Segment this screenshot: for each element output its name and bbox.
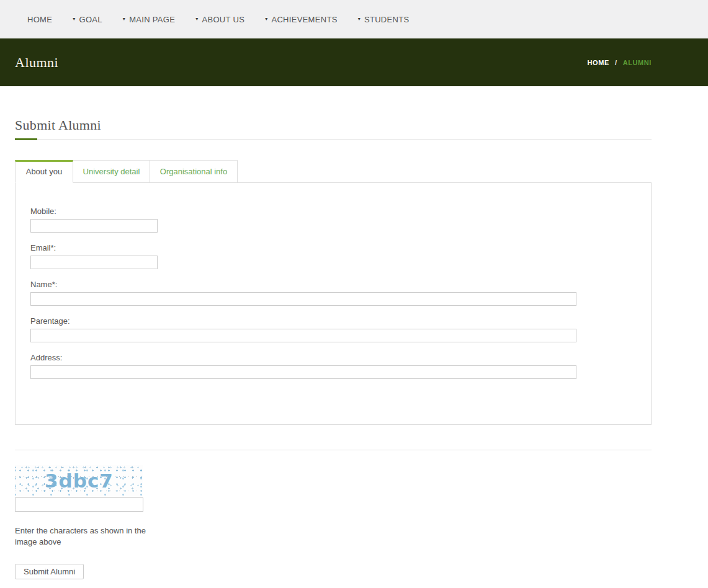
- nav-item-label: ABOUT US: [202, 15, 245, 24]
- nav-item-achievements[interactable]: ▾ ACHIEVEMENTS: [265, 15, 338, 24]
- nav-item-label: ACHIEVEMENTS: [271, 15, 337, 24]
- address-input[interactable]: [30, 365, 576, 379]
- nav-item-students[interactable]: ▾ STUDENTS: [358, 15, 410, 24]
- caret-down-icon: ▾: [265, 17, 267, 22]
- mobile-label: Mobile:: [30, 207, 636, 216]
- submit-alumni-button[interactable]: Submit Alumni: [15, 564, 84, 579]
- page-banner: Alumni HOME / ALUMNI: [0, 38, 708, 86]
- email-label: Email*:: [30, 243, 636, 252]
- tab-university-detail[interactable]: University detail: [73, 160, 150, 182]
- breadcrumb-current: ALUMNI: [623, 59, 652, 66]
- section-title-rule: [15, 139, 652, 140]
- breadcrumb: HOME / ALUMNI: [588, 59, 652, 66]
- breadcrumb-separator: /: [615, 59, 617, 66]
- top-navigation: HOME ▾ GOAL ▾ MAIN PAGE ▾ ABOUT US ▾ ACH…: [0, 0, 708, 38]
- section-title: Submit Alumni: [15, 117, 652, 133]
- parentage-label: Parentage:: [30, 316, 636, 326]
- address-label: Address:: [30, 353, 636, 362]
- nav-item-goal[interactable]: ▾ GOAL: [73, 15, 102, 24]
- field-group-parentage: Parentage:: [30, 316, 636, 342]
- captcha-input[interactable]: [15, 497, 143, 512]
- email-input[interactable]: [30, 256, 158, 269]
- form-tabs: About you University detail Organisation…: [15, 160, 652, 182]
- name-input[interactable]: [30, 292, 576, 306]
- nav-item-label: HOME: [27, 15, 52, 24]
- nav-item-about-us[interactable]: ▾ ABOUT US: [195, 15, 244, 24]
- tab-organisational-info[interactable]: Organisational info: [150, 160, 238, 182]
- page-title: Alumni: [15, 55, 58, 71]
- breadcrumb-home-link[interactable]: HOME: [588, 59, 609, 66]
- caret-down-icon: ▾: [195, 17, 198, 22]
- tab-about-you[interactable]: About you: [15, 160, 73, 183]
- caret-down-icon: ▾: [123, 17, 125, 22]
- mobile-input[interactable]: [30, 219, 158, 233]
- field-group-email: Email*:: [30, 243, 636, 269]
- nav-item-label: STUDENTS: [364, 15, 409, 24]
- parentage-input[interactable]: [30, 329, 576, 342]
- captcha-code-text: 3dbc7: [45, 470, 114, 492]
- name-label: Name*:: [30, 280, 636, 289]
- nav-item-main-page[interactable]: ▾ MAIN PAGE: [123, 15, 175, 24]
- captcha-image: 3dbc7: [15, 465, 143, 496]
- caret-down-icon: ▾: [73, 17, 75, 22]
- main-content: Submit Alumni About you University detai…: [15, 117, 652, 579]
- field-group-mobile: Mobile:: [30, 207, 636, 233]
- section-divider: [15, 450, 652, 450]
- nav-item-label: GOAL: [79, 15, 102, 24]
- nav-item-home[interactable]: HOME: [27, 15, 52, 24]
- field-group-name: Name*:: [30, 280, 636, 306]
- about-you-panel: Mobile: Email*: Name*: Parentage: Addres…: [15, 182, 652, 425]
- field-group-address: Address:: [30, 353, 636, 379]
- nav-item-label: MAIN PAGE: [129, 15, 175, 24]
- caret-down-icon: ▾: [358, 17, 361, 22]
- captcha-instruction: Enter the characters as shown in the ima…: [15, 525, 150, 548]
